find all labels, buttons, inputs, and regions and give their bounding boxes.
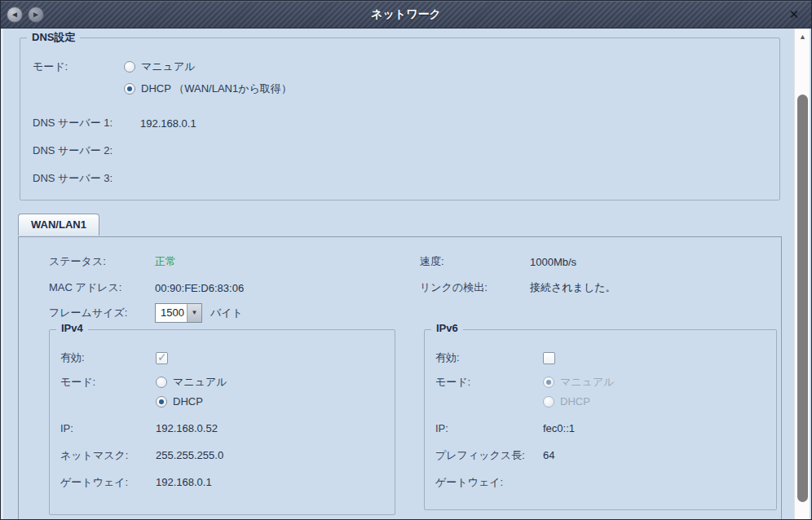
status-label: ステータス: bbox=[49, 254, 155, 269]
ipv4-ip-value: 192.168.0.52 bbox=[156, 422, 218, 434]
dns-mode-label: モード: bbox=[33, 59, 124, 74]
chevron-down-icon[interactable]: ▼ bbox=[187, 304, 201, 322]
ipv4-enabled-checkbox[interactable] bbox=[156, 352, 168, 364]
ipv4-netmask-label: ネットマスク: bbox=[60, 448, 156, 463]
ipv6-enabled-checkbox[interactable] bbox=[543, 352, 555, 364]
dns-server2-label: DNS サーバー 2: bbox=[33, 143, 140, 158]
ipv6-gateway-label: ゲートウェイ: bbox=[435, 475, 543, 490]
frame-size-value: 1500 bbox=[156, 304, 187, 322]
ipv6-prefix-label: プレフィックス長: bbox=[435, 448, 543, 463]
title-bar: ◄ ► ネットワーク ✕ bbox=[1, 1, 811, 29]
dns-settings-legend: DNS設定 bbox=[27, 30, 80, 45]
dns-mode-row: モード: マニュアル DHCP （WAN/LAN1から取得） bbox=[33, 59, 779, 96]
ipv4-gateway-label: ゲートウェイ: bbox=[60, 475, 156, 490]
ipv6-group: IPv6 有効: モード: マニュアル DHCP bbox=[424, 329, 777, 510]
radio-icon bbox=[543, 396, 554, 408]
ipv6-mode-manual-label: マニュアル bbox=[560, 375, 615, 390]
ipv6-enabled-label: 有効: bbox=[435, 350, 543, 365]
mac-value: 00:90:FE:D6:83:06 bbox=[155, 282, 244, 294]
status-value: 正常 bbox=[155, 254, 176, 269]
ipv6-mode-dhcp-radio: DHCP bbox=[543, 395, 615, 408]
ipv4-netmask-value: 255.255.255.0 bbox=[156, 449, 223, 461]
mac-label: MAC アドレス: bbox=[49, 280, 155, 295]
radio-icon[interactable] bbox=[124, 61, 135, 73]
ipv4-ip-label: IP: bbox=[60, 422, 156, 434]
dns-server1-row: DNS サーバー 1: 192.168.0.1 bbox=[33, 109, 779, 137]
ipv4-mode-dhcp-label: DHCP bbox=[173, 395, 203, 408]
dns-mode-manual-label: マニュアル bbox=[141, 59, 196, 74]
close-icon[interactable]: ✕ bbox=[787, 7, 801, 22]
vertical-scrollbar[interactable]: ▲ bbox=[794, 29, 810, 519]
frame-size-unit: バイト bbox=[210, 306, 243, 320]
ipv6-prefix-value: 64 bbox=[543, 449, 554, 461]
radio-icon bbox=[543, 377, 554, 388]
radio-icon[interactable] bbox=[156, 377, 167, 388]
radio-icon[interactable] bbox=[124, 83, 135, 95]
wan-lan1-panel: ステータス: 正常 速度: 1000Mb/s MAC アドレス: 00:90:F… bbox=[18, 236, 782, 520]
ipv4-group: IPv4 有効: モード: マニュアル DHCP bbox=[49, 329, 395, 515]
tab-wan-lan1[interactable]: WAN/LAN1 bbox=[18, 214, 99, 236]
network-dialog: ◄ ► ネットワーク ✕ DNS設定 モード: マニュアル DHCP （WAN/… bbox=[0, 0, 812, 520]
dns-server2-row: DNS サーバー 2: bbox=[33, 137, 779, 165]
speed-label: 速度: bbox=[420, 254, 530, 269]
ipv4-mode-dhcp-radio[interactable]: DHCP bbox=[156, 395, 227, 408]
link-value: 接続されました。 bbox=[530, 280, 616, 295]
speed-value: 1000Mb/s bbox=[530, 256, 576, 268]
ipv6-legend: IPv6 bbox=[431, 322, 463, 334]
dns-mode-dhcp-radio[interactable]: DHCP （WAN/LAN1から取得） bbox=[124, 82, 292, 96]
ipv4-mode-manual-label: マニュアル bbox=[173, 375, 227, 390]
frame-size-label: フレームサイズ: bbox=[49, 306, 155, 320]
dns-settings-group: DNS設定 モード: マニュアル DHCP （WAN/LAN1から取得） D bbox=[20, 37, 780, 201]
dialog-content: DNS設定 モード: マニュアル DHCP （WAN/LAN1から取得） D bbox=[1, 29, 811, 519]
ipv4-mode-manual-radio[interactable]: マニュアル bbox=[156, 375, 227, 390]
dns-mode-manual-radio[interactable]: マニュアル bbox=[124, 59, 292, 74]
ipv6-ip-value: fec0::1 bbox=[543, 422, 575, 434]
ipv6-mode-label: モード: bbox=[435, 375, 543, 390]
radio-icon[interactable] bbox=[156, 396, 167, 408]
ipv6-mode-dhcp-label: DHCP bbox=[560, 395, 590, 408]
scrollbar-thumb[interactable] bbox=[797, 95, 808, 502]
dns-server3-label: DNS サーバー 3: bbox=[33, 171, 140, 186]
link-label: リンクの検出: bbox=[420, 280, 530, 295]
ipv6-mode-manual-radio: マニュアル bbox=[543, 375, 615, 390]
dns-server1-value: 192.168.0.1 bbox=[140, 117, 196, 130]
dns-server1-label: DNS サーバー 1: bbox=[33, 116, 140, 130]
frame-size-select[interactable]: 1500 ▼ bbox=[155, 303, 202, 323]
dns-server3-row: DNS サーバー 3: bbox=[33, 165, 779, 192]
ipv6-ip-label: IP: bbox=[435, 422, 543, 434]
ipv4-legend: IPv4 bbox=[56, 322, 88, 334]
ipv4-gateway-value: 192.168.0.1 bbox=[156, 476, 212, 488]
dns-mode-dhcp-label: DHCP （WAN/LAN1から取得） bbox=[141, 82, 292, 96]
dialog-title: ネットワーク bbox=[1, 7, 811, 22]
ipv4-enabled-label: 有効: bbox=[60, 350, 156, 365]
scroll-up-icon[interactable]: ▲ bbox=[795, 31, 810, 42]
ipv4-mode-label: モード: bbox=[60, 375, 156, 390]
